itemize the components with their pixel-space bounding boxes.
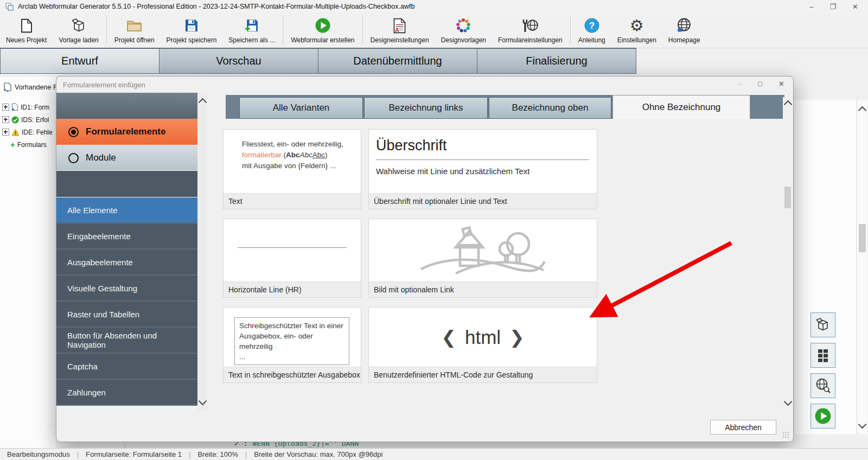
tree-item-ide[interactable]: IDE: Fehle <box>2 126 56 138</box>
toolbar-button-projekt-oeffnen[interactable]: Projekt öffnen <box>108 13 161 48</box>
window-title: Arclab Webformular Generator 5.5.10 - Pr… <box>18 3 414 10</box>
dialog-title: Formularelement einfügen <box>63 81 145 89</box>
maximize-icon[interactable]: □ <box>758 80 762 88</box>
category-label: Ausgabeelemente <box>67 258 133 267</box>
toolbar-button-designvorlagen[interactable]: Designvorlagen <box>435 13 492 48</box>
category-alle-elemente[interactable]: Alle Elemente <box>56 197 197 222</box>
tab-vorschau[interactable]: Vorschau <box>159 48 318 74</box>
card-caption: Text <box>224 193 361 209</box>
readonly-box-preview: Schreibgeschützter Text in einer Ausgabe… <box>234 317 349 365</box>
expand-plus-icon[interactable] <box>2 116 9 123</box>
tree-panel-header: Vorhandene F <box>3 82 56 92</box>
toolbar-separator <box>283 16 283 45</box>
svg-text:?: ? <box>589 21 595 31</box>
tab-entwurf[interactable]: Entwurf <box>0 48 159 74</box>
tab-finalisierung[interactable]: Finalisierung <box>477 48 636 74</box>
close-icon[interactable]: ✕ <box>778 80 784 88</box>
warning-triangle-icon <box>11 129 20 136</box>
preview-abc-underline: Abc <box>312 151 325 159</box>
category-eingabeelemente[interactable]: Eingabeelemente <box>56 223 197 248</box>
scroll-up-icon[interactable] <box>199 98 207 107</box>
close-icon[interactable]: ✕ <box>852 3 858 11</box>
hr-preview-line <box>238 247 347 248</box>
scroll-down-icon[interactable] <box>858 420 867 429</box>
preview-line: mit Ausgabe von {Feldern} ... <box>242 162 336 170</box>
tree-item-add-formularseite[interactable]: + Formulars <box>2 138 56 151</box>
scroll-down-icon[interactable] <box>199 397 207 406</box>
scrollbar-thumb[interactable] <box>784 187 791 208</box>
scroll-up-icon[interactable] <box>858 106 867 115</box>
element-card-ausgabebox[interactable]: Schreibgeschützter Text in einer Ausgabe… <box>223 307 361 383</box>
toolbar-button-vorlage-laden[interactable]: Vorlage laden <box>53 13 104 48</box>
save-floppy-icon <box>184 17 199 34</box>
dialog-content-scrollbar[interactable] <box>783 97 793 409</box>
toolbar-separator <box>106 16 107 45</box>
category-button-absenden-navigation[interactable]: Button für Absenden und Navigation <box>56 328 197 353</box>
mode-radio-formularelemente[interactable]: Formularelemente <box>56 119 197 145</box>
expand-plus-icon[interactable] <box>2 104 9 111</box>
main-tab-bar: Entwurf Vorschau Datenübermittlung Final… <box>0 48 868 74</box>
element-card-ueberschrift[interactable]: Überschrift Wahlweise mit Linie und zusä… <box>368 129 597 209</box>
tab-datenuebermittlung[interactable]: Datenübermittlung <box>318 48 477 74</box>
tab-ohne-bezeichnung[interactable]: Ohne Bezeichnung <box>612 95 750 119</box>
main-toolbar: Neues Projekt Vorlage laden Projekt öffn… <box>0 13 868 48</box>
tree-list: ID1: Form IDS: Erfol IDE: Fehle + Formul… <box>2 101 56 151</box>
toolbar-button-webformular-erstellen[interactable]: Webformular erstellen <box>285 13 360 48</box>
category-zahlungen[interactable]: Zahlungen <box>56 380 197 405</box>
tab-alle-varianten[interactable]: Alle Varianten <box>239 97 363 119</box>
side-button-template[interactable] <box>810 312 835 337</box>
category-label: Visuelle Gestaltung <box>67 284 137 293</box>
toolbar-button-projekt-speichern[interactable]: Projekt speichern <box>161 13 223 48</box>
category-label: Captcha <box>67 362 98 371</box>
sidebar-scrollbar[interactable] <box>197 93 207 411</box>
expand-plus-icon[interactable] <box>2 129 9 136</box>
toolbar-button-homepage[interactable]: Homepage <box>662 13 706 48</box>
category-raster-und-tabellen[interactable]: Raster und Tabellen <box>56 302 197 327</box>
cancel-button[interactable]: Abbrechen <box>710 420 776 435</box>
tab-label: Datenübermittlung <box>353 55 442 67</box>
side-button-run[interactable] <box>810 404 835 429</box>
tree-item-label: ID1: Form <box>21 104 49 111</box>
side-button-preview-browser[interactable] <box>810 373 835 398</box>
toolbar-button-einstellungen[interactable]: ⚙ Einstellungen <box>611 13 662 48</box>
minimize-icon[interactable]: – <box>809 3 813 11</box>
globe-search-icon <box>815 378 831 394</box>
element-card-horizontale-linie[interactable]: Horizontale Line (HR) <box>223 219 361 298</box>
toolbar-button-formulareinstellungen[interactable]: Formulareinstellungen <box>492 13 569 48</box>
side-button-grid[interactable] <box>810 343 835 368</box>
tree-item-label: IDS: Erfol <box>21 116 49 124</box>
category-ausgabeelemente[interactable]: Ausgabeelemente <box>56 250 197 274</box>
design-settings-document-icon: A <box>393 17 406 34</box>
scrollbar-thumb[interactable] <box>859 224 866 252</box>
element-card-html[interactable]: ❮ html ❯ Benutzerdefinierter HTML-Code z… <box>368 307 597 383</box>
toolbar-button-speichern-als[interactable]: Speichern als ... <box>222 13 281 48</box>
tab-bezeichnung-oben[interactable]: Bezeichnung oben <box>489 97 611 119</box>
tree-item-ids[interactable]: IDS: Erfol <box>2 113 56 126</box>
category-label: Raster und Tabellen <box>67 310 139 319</box>
category-visuelle-gestaltung[interactable]: Visuelle Gestaltung <box>56 276 197 301</box>
minimize-icon[interactable]: – <box>738 80 742 88</box>
scroll-up-icon[interactable] <box>784 100 793 109</box>
mode-radio-module[interactable]: Module <box>56 145 197 170</box>
text-preview: Fliesstext, ein- oder mehrzeilig, format… <box>224 130 361 171</box>
category-captcha[interactable]: Captcha <box>56 354 197 379</box>
caption-text: Benutzerdefinierter HTML-Code zur Gestal… <box>374 370 533 379</box>
toolbar-button-label: Einstellungen <box>617 36 656 44</box>
toolbar-button-designeinstellungen[interactable]: A Designeinstellungen <box>365 13 435 48</box>
card-caption: Benutzerdefinierter HTML-Code zur Gestal… <box>369 367 597 382</box>
variant-tab-strip: Alle Varianten Bezeichnung links Bezeich… <box>226 95 784 119</box>
element-card-bild[interactable]: Bild mit optionalem Link <box>368 219 597 298</box>
main-vertical-scrollbar[interactable] <box>857 100 867 434</box>
element-card-text[interactable]: Fliesstext, ein- oder mehrzeilig, format… <box>223 129 361 209</box>
tab-bezeichnung-links[interactable]: Bezeichnung links <box>364 97 488 119</box>
resize-grip[interactable] <box>782 431 789 438</box>
preview-abc-bold: Abc <box>286 151 300 159</box>
status-separator: | <box>77 450 79 458</box>
scroll-down-icon[interactable] <box>784 398 793 406</box>
toolbar-button-label: Vorlage laden <box>59 36 98 44</box>
html-label: html <box>465 327 501 348</box>
toolbar-button-anleitung[interactable]: ? Anleitung <box>572 13 611 48</box>
tree-item-id1[interactable]: ID1: Form <box>2 101 56 113</box>
restore-icon[interactable]: ❐ <box>829 3 836 11</box>
toolbar-button-neues-projekt[interactable]: Neues Projekt <box>0 13 53 48</box>
